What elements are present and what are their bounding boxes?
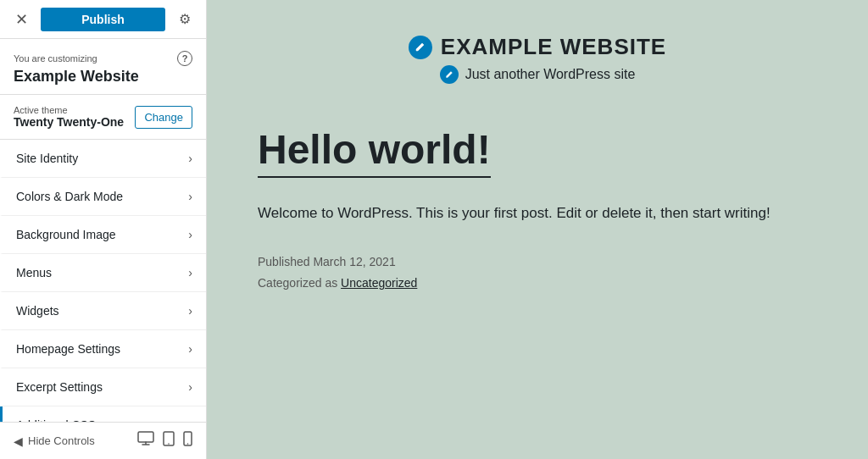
post-content: Hello world! Welcome to WordPress. This … — [258, 126, 783, 294]
sidebar-item-colors-dark-mode[interactable]: Colors & Dark Mode › — [0, 178, 206, 216]
device-icons — [137, 431, 192, 451]
help-icon[interactable]: ? — [177, 51, 192, 66]
site-header: EXAMPLE WEBSITE Just another WordPress s… — [258, 34, 817, 84]
chevron-right-icon: › — [188, 228, 192, 241]
edit-tagline-icon[interactable] — [440, 65, 459, 84]
preview-tagline: Just another WordPress site — [465, 67, 636, 82]
desktop-view-icon[interactable] — [137, 431, 154, 451]
svg-point-2 — [168, 443, 170, 445]
published-date: Published March 12, 2021 — [258, 252, 783, 273]
customizing-section: You are customizing ? Example Website — [0, 39, 206, 95]
hide-controls-label: Hide Controls — [28, 434, 95, 447]
sidebar-item-homepage-settings[interactable]: Homepage Settings › — [0, 330, 206, 368]
bottom-bar: ◀ Hide Controls — [0, 422, 206, 459]
gear-button[interactable]: ⚙ — [172, 7, 198, 32]
chevron-right-icon: › — [188, 304, 192, 318]
post-title: Hello world! — [258, 126, 491, 178]
change-theme-button[interactable]: Change — [135, 106, 192, 129]
sidebar-item-excerpt-settings[interactable]: Excerpt Settings › — [0, 368, 206, 406]
customizing-label: You are customizing — [14, 53, 97, 64]
hide-controls-button[interactable]: ◀ Hide Controls — [14, 434, 127, 448]
edit-site-title-icon[interactable] — [409, 36, 432, 59]
svg-point-4 — [187, 443, 189, 445]
preview-site-title: EXAMPLE WEBSITE — [441, 34, 666, 60]
preview-area: EXAMPLE WEBSITE Just another WordPress s… — [207, 0, 868, 459]
sidebar: ✕ Publish ⚙ You are customizing ? Exampl… — [0, 0, 207, 459]
chevron-right-icon: › — [188, 152, 192, 165]
post-meta: Published March 12, 2021 Categorized as … — [258, 252, 783, 294]
sidebar-item-menus[interactable]: Menus › — [0, 254, 206, 292]
hide-controls-icon: ◀ — [14, 434, 23, 448]
chevron-right-icon: › — [188, 342, 192, 356]
close-button[interactable]: ✕ — [8, 7, 34, 32]
chevron-right-icon: › — [188, 190, 192, 203]
active-theme-label: Active theme — [14, 105, 124, 115]
tablet-view-icon[interactable] — [163, 431, 175, 451]
theme-name: Twenty Twenty-One — [14, 115, 124, 129]
category-link[interactable]: Uncategorized — [341, 276, 417, 290]
svg-rect-0 — [138, 432, 153, 442]
sidebar-item-background-image[interactable]: Background Image › — [0, 216, 206, 254]
publish-button[interactable]: Publish — [41, 8, 165, 31]
category-info: Categorized as Uncategorized — [258, 273, 783, 294]
sidebar-item-widgets[interactable]: Widgets › — [0, 292, 206, 330]
post-body: Welcome to WordPress. This is your first… — [258, 202, 783, 226]
nav-items: Site Identity › Colors & Dark Mode › Bac… — [0, 140, 206, 422]
theme-section: Active theme Twenty Twenty-One Change — [0, 95, 206, 140]
chevron-right-icon: › — [188, 266, 192, 279]
sidebar-item-site-identity[interactable]: Site Identity › — [0, 140, 206, 178]
chevron-right-icon: › — [188, 380, 192, 394]
sidebar-item-additional-css[interactable]: Additional CSS › — [0, 406, 206, 422]
customizing-site-name: Example Website — [14, 68, 192, 86]
mobile-view-icon[interactable] — [183, 431, 192, 451]
top-bar: ✕ Publish ⚙ — [0, 0, 206, 39]
